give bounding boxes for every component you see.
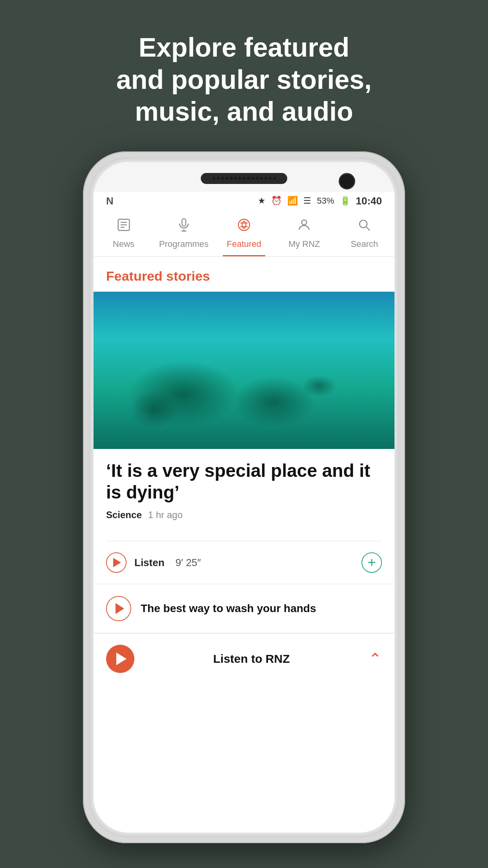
chevron-up-icon[interactable]: ⌃ bbox=[369, 650, 382, 668]
listen-label: Listen bbox=[134, 557, 165, 569]
nav-bar: News Programmes bbox=[94, 210, 394, 257]
rnz-featured-icon bbox=[237, 217, 251, 236]
play-triangle-white-icon bbox=[116, 653, 127, 665]
article-headline[interactable]: ‘It is a very special place and it is dy… bbox=[106, 460, 382, 503]
nav-label-news: News bbox=[113, 239, 134, 249]
battery-icon: 🔋 bbox=[340, 196, 350, 206]
bluetooth-icon: ★ bbox=[258, 196, 266, 206]
status-time: 10:40 bbox=[356, 195, 382, 207]
phone-mockup: N ★ ⏰ 📶 ☰ 53% 🔋 10:40 bbox=[83, 151, 405, 843]
nav-item-myrnz[interactable]: My RNZ bbox=[274, 217, 334, 256]
phone-top-bar bbox=[94, 162, 394, 192]
nav-label-search: Search bbox=[351, 239, 378, 249]
signal-icon: ☰ bbox=[303, 196, 311, 206]
listen-duration: 9′ 25″ bbox=[176, 557, 201, 569]
hero-text: Explore featured and popular stories, mu… bbox=[67, 0, 421, 151]
nav-label-featured: Featured bbox=[227, 239, 261, 249]
list-item-title-1: The best way to wash your hands bbox=[141, 601, 316, 616]
article-category[interactable]: Science bbox=[106, 509, 142, 520]
content-area: Featured stories ‘It is a very special p… bbox=[94, 257, 394, 833]
alarm-icon: ⏰ bbox=[271, 196, 282, 206]
play-button-list-1[interactable] bbox=[106, 596, 131, 621]
speaker-grille bbox=[201, 173, 287, 184]
listen-left: Listen 9′ 25″ bbox=[106, 552, 201, 573]
newspaper-icon bbox=[116, 217, 131, 236]
notification-icon: N bbox=[106, 195, 114, 207]
nav-item-featured[interactable]: Featured bbox=[214, 217, 274, 256]
featured-image[interactable] bbox=[94, 292, 394, 449]
article-meta: Science 1 hr ago bbox=[106, 509, 382, 520]
nav-item-news[interactable]: News bbox=[94, 217, 154, 256]
wifi-icon: 📶 bbox=[287, 196, 298, 206]
nav-label-programmes: Programmes bbox=[159, 239, 209, 249]
nav-label-myrnz: My RNZ bbox=[288, 239, 320, 249]
svg-point-10 bbox=[302, 220, 307, 225]
battery-percent: 53% bbox=[317, 196, 334, 206]
nav-item-search[interactable]: Search bbox=[334, 217, 394, 256]
add-button[interactable]: + bbox=[361, 552, 382, 573]
svg-line-12 bbox=[367, 227, 370, 230]
article-content: ‘It is a very special place and it is dy… bbox=[94, 449, 394, 541]
nav-item-programmes[interactable]: Programmes bbox=[154, 217, 214, 256]
play-button-filled[interactable] bbox=[106, 645, 134, 673]
play-button-outline[interactable] bbox=[106, 552, 127, 573]
play-triangle-icon bbox=[113, 558, 121, 567]
play-triangle-list-icon bbox=[116, 603, 124, 614]
article-time: 1 hr ago bbox=[148, 509, 183, 520]
bottom-listen-label: Listen to RNZ bbox=[213, 652, 290, 666]
svg-point-11 bbox=[360, 220, 367, 228]
status-icons: ★ ⏰ 📶 ☰ 53% 🔋 10:40 bbox=[258, 195, 382, 207]
listen-row[interactable]: Listen 9′ 25″ + bbox=[94, 541, 394, 584]
bottom-listen-bar[interactable]: Listen to RNZ ⌃ bbox=[94, 633, 394, 684]
front-camera bbox=[339, 173, 355, 189]
svg-rect-4 bbox=[182, 219, 186, 226]
svg-point-7 bbox=[238, 219, 250, 231]
featured-stories-title: Featured stories bbox=[94, 257, 394, 292]
microphone-icon bbox=[176, 217, 191, 236]
list-item-1[interactable]: The best way to wash your hands bbox=[94, 584, 394, 633]
person-icon bbox=[297, 217, 312, 236]
status-bar: N ★ ⏰ 📶 ☰ 53% 🔋 10:40 bbox=[94, 192, 394, 210]
search-icon bbox=[357, 217, 372, 236]
